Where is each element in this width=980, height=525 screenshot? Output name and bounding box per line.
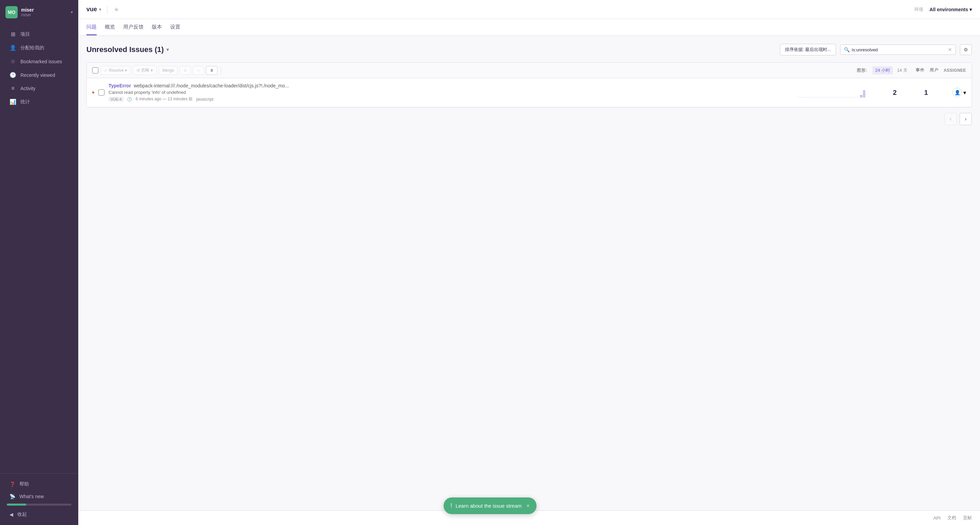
main-area: vue ▾ ★ 环境 All environments ▾ 问题概览用户反馈版本… <box>78 0 980 525</box>
more-button[interactable]: ··· <box>193 66 204 75</box>
sort-label: 排序依据: 最后出现时... <box>785 47 831 53</box>
prev-page-button[interactable]: ‹ <box>945 113 957 125</box>
sidebar-nav: ⊞项目👤分配给我的☆Bookmarked issues🕐Recently vie… <box>0 24 78 473</box>
sidebar-footer-whatsnew[interactable]: 📡What's new <box>3 491 76 502</box>
toast-icon: ! <box>450 502 452 509</box>
toast: ! Learn about the issue stream × <box>444 498 537 514</box>
tab-overview[interactable]: 概览 <box>105 19 115 35</box>
error-path: webpack-internal:///./node_modules/cache… <box>134 83 289 89</box>
sidebar: MO miser miser ▾ ⊞项目👤分配给我的☆Bookmarked is… <box>0 0 78 525</box>
issue-main: TypeError webpack-internal:///./node_mod… <box>108 83 793 102</box>
progress-bar-container <box>7 504 72 506</box>
env-label: 环境 <box>914 6 923 13</box>
issue-clock-icon: 🕐 <box>127 97 132 102</box>
search-icon: 🔍 <box>844 47 850 52</box>
avatar: MO <box>5 6 18 18</box>
issue-id: VUE-4 <box>108 97 124 102</box>
sidebar-item-label: 分配给我的 <box>21 45 44 51</box>
issue-lang: javascript <box>196 97 214 102</box>
issues-header: Unresolved Issues (1) ▾ 排序依据: 最后出现时... 🔍… <box>86 44 972 56</box>
sidebar-item-projects[interactable]: ⊞项目 <box>3 27 76 41</box>
issue-assignee[interactable]: 👤 ▾ <box>932 88 966 97</box>
org-info: miser miser <box>21 7 34 17</box>
tab-feedback[interactable]: 用户反馈 <box>123 19 143 35</box>
issues-title-text: Unresolved Issues (1) <box>86 45 164 54</box>
tab-settings[interactable]: 设置 <box>170 19 180 35</box>
assignee-avatar: 👤 <box>953 88 962 97</box>
search-wrapper: 🔍 ✕ <box>840 44 956 55</box>
sidebar-footer-help[interactable]: ❓帮助 <box>3 478 76 490</box>
issue-meta: VUE-4 🕐 6 minutes ago — 13 minutes 前 jav… <box>108 96 793 102</box>
progress-bar-fill <box>7 504 26 506</box>
progress-bar-bg <box>7 504 72 506</box>
recent-icon: 🕐 <box>10 72 16 78</box>
pagination: ‹ › <box>86 108 972 130</box>
issues-title[interactable]: Unresolved Issues (1) ▾ <box>86 45 169 54</box>
org-switcher[interactable]: MO miser miser ▾ <box>0 0 78 24</box>
sidebar-item-recent[interactable]: 🕐Recently viewed <box>3 68 76 82</box>
help-icon: ❓ <box>10 482 15 487</box>
sidebar-item-bookmarked[interactable]: ☆Bookmarked issues <box>3 55 76 68</box>
ignore-label: 忽略 <box>141 67 150 73</box>
org-sub: miser <box>21 13 34 17</box>
topbar-divider <box>107 5 108 14</box>
issues-table: ✓ Resolve ▾ ↺ 忽略 ▾ Merge ☆ ··· ⏸ 图形: <box>86 62 972 108</box>
tabs: 问题概览用户反馈版本设置 <box>78 19 980 36</box>
resolve-button[interactable]: ✓ Resolve ▾ <box>100 66 130 75</box>
env-chevron-icon: ▾ <box>969 7 972 12</box>
next-page-button[interactable]: › <box>959 113 972 125</box>
resolve-label: Resolve <box>109 68 124 73</box>
footer-item-label: 帮助 <box>19 481 29 487</box>
time-14d-button[interactable]: 14 天 <box>894 66 910 75</box>
assignee-col-header: ASSIGNEE <box>943 68 966 73</box>
sidebar-item-label: Bookmarked issues <box>21 59 62 64</box>
sidebar-footer: ❓帮助📡What's new ◀ 收起 <box>0 473 78 525</box>
tab-releases[interactable]: 版本 <box>152 19 162 35</box>
time-24h-button[interactable]: 24 小时 <box>872 66 893 75</box>
sidebar-collapse[interactable]: ◀ 收起 <box>3 508 76 520</box>
merge-button[interactable]: Merge <box>159 66 178 75</box>
pause-button[interactable]: ⏸ <box>206 66 218 75</box>
graph-label: 图形: <box>857 67 867 73</box>
issue-graph <box>797 87 865 98</box>
events-col-header: 事件 <box>916 67 924 73</box>
sidebar-item-label: Activity <box>21 86 35 91</box>
table-toolbar: ✓ Resolve ▾ ↺ 忽略 ▾ Merge ☆ ··· ⏸ 图形: <box>87 63 972 78</box>
star-issue-button[interactable]: ☆ <box>180 66 191 75</box>
sidebar-item-stats[interactable]: 📊统计 <box>3 95 76 108</box>
chevron-left-icon: ◀ <box>10 512 13 517</box>
bookmarked-icon: ☆ <box>10 58 16 65</box>
collapse-label: 收起 <box>18 511 27 517</box>
search-clear-icon[interactable]: ✕ <box>948 47 952 52</box>
assignee-dropdown-icon: ▾ <box>963 89 966 96</box>
ignore-button[interactable]: ↺ 忽略 ▾ <box>133 65 156 75</box>
issue-checkbox[interactable] <box>98 89 105 95</box>
select-all-checkbox[interactable] <box>92 67 98 73</box>
topbar: vue ▾ ★ 环境 All environments ▾ <box>78 0 980 19</box>
error-description: Cannot read property 'info' of undefined <box>108 90 793 95</box>
star-button[interactable]: ★ <box>114 6 119 13</box>
issue-time: 6 minutes ago — 13 minutes 前 <box>135 96 192 102</box>
project-name[interactable]: vue ▾ <box>86 6 101 13</box>
issue-severity-indicator <box>92 92 94 94</box>
bottom-link-文档[interactable]: 文档 <box>947 515 956 521</box>
search-input[interactable] <box>852 47 946 52</box>
bottom-link-API[interactable]: API <box>933 515 940 520</box>
projects-icon: ⊞ <box>10 31 16 37</box>
filter-button[interactable]: ⚙ <box>960 44 972 55</box>
project-chevron-icon: ▾ <box>99 7 101 12</box>
table-row[interactable]: TypeError webpack-internal:///./node_mod… <box>87 78 972 107</box>
sidebar-item-assigned[interactable]: 👤分配给我的 <box>3 41 76 54</box>
sidebar-item-activity[interactable]: ≡Activity <box>3 82 76 95</box>
ignore-icon: ↺ <box>137 68 140 73</box>
env-selector[interactable]: All environments ▾ <box>929 7 972 12</box>
toolbar-right: 图形: 24 小时 14 天 事件 用户 ASSIGNEE <box>857 66 966 75</box>
toast-close-button[interactable]: × <box>527 503 530 509</box>
activity-icon: ≡ <box>10 86 16 92</box>
time-buttons: 24 小时 14 天 <box>872 66 910 75</box>
tab-issues[interactable]: 问题 <box>86 19 97 35</box>
issue-users-count: 1 <box>901 89 928 97</box>
bottom-link-贡献[interactable]: 贡献 <box>963 515 972 521</box>
sort-button[interactable]: 排序依据: 最后出现时... <box>780 44 836 56</box>
sidebar-item-label: 统计 <box>21 99 30 105</box>
